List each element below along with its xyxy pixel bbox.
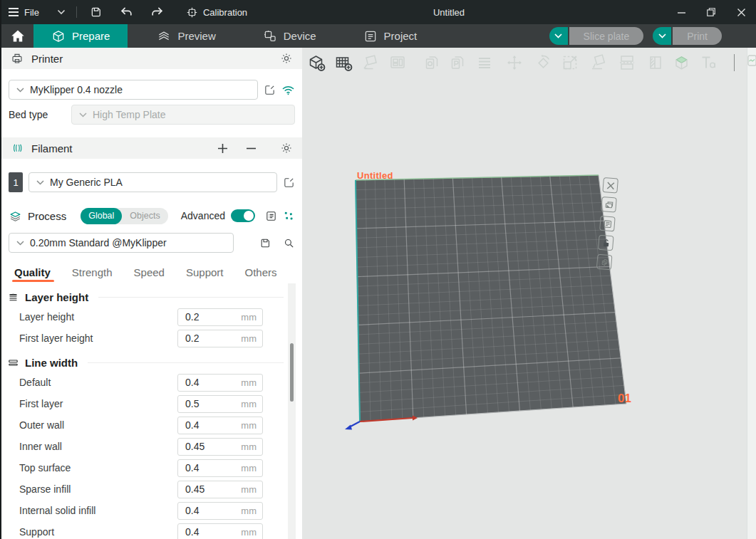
text-shape-icon[interactable] xyxy=(698,53,718,73)
param-label: First layer xyxy=(19,398,63,409)
tab-project-label: Project xyxy=(384,30,418,42)
plate-settings-button[interactable] xyxy=(599,216,616,232)
move-icon[interactable] xyxy=(504,53,524,73)
param-input-top-surface[interactable]: 0.4 mm xyxy=(177,459,263,477)
param-row-default: Default 0.4 mm xyxy=(1,372,302,393)
edit-filament-icon[interactable] xyxy=(283,177,295,189)
tab-preview[interactable]: Preview xyxy=(139,24,233,48)
param-input-layer-height[interactable]: 0.2 mm xyxy=(177,308,263,326)
printer-preset-select[interactable]: MyKlipper 0.4 nozzle xyxy=(9,80,258,100)
param-unit: mm xyxy=(241,527,257,538)
maximize-button[interactable] xyxy=(703,4,719,20)
arrange-icon[interactable] xyxy=(388,53,408,73)
param-row-internal-solid-infill: Internal solid infill 0.4 mm xyxy=(1,500,302,521)
param-value: 0.4 xyxy=(185,526,241,538)
print-button[interactable]: Print xyxy=(673,27,722,45)
slice-plate-dropdown[interactable] xyxy=(549,27,568,45)
scale-icon[interactable] xyxy=(560,53,580,73)
tab-prepare[interactable]: Prepare xyxy=(33,24,128,48)
param-row-top-surface: Top surface 0.4 mm xyxy=(1,457,302,478)
rotate-icon[interactable] xyxy=(533,53,553,73)
param-input-outer-wall[interactable]: 0.4 mm xyxy=(177,417,263,434)
remove-filament-button[interactable] xyxy=(246,143,257,154)
param-input-first-layer[interactable]: 0.5 mm xyxy=(177,395,263,413)
sidebar-scrollbar[interactable] xyxy=(288,283,296,539)
tab-support[interactable]: Support xyxy=(186,261,224,283)
project-icon xyxy=(363,29,378,43)
filament-settings-gear-icon[interactable] xyxy=(280,142,293,155)
tab-speed[interactable]: Speed xyxy=(134,261,165,283)
scope-objects-button[interactable]: Objects xyxy=(122,208,167,224)
section-title: Layer height xyxy=(25,291,88,303)
param-value: 0.2 xyxy=(185,333,241,344)
calibration-button[interactable]: Calibration xyxy=(180,0,254,24)
save-preset-icon[interactable] xyxy=(259,237,271,249)
arrange-plate-button[interactable] xyxy=(601,197,617,213)
filament-preset-select[interactable]: My Generic PLA xyxy=(29,172,277,192)
color-painting-icon[interactable] xyxy=(671,53,691,73)
redo-icon xyxy=(150,6,164,18)
add-object-icon[interactable] xyxy=(306,53,326,73)
file-menu-dropdown[interactable] xyxy=(46,0,72,24)
tab-device[interactable]: Device xyxy=(245,24,334,48)
cut-icon[interactable] xyxy=(617,53,637,73)
place-on-face-icon[interactable] xyxy=(589,53,609,73)
scrollbar-thumb[interactable] xyxy=(290,343,294,402)
advanced-toggle[interactable] xyxy=(231,209,255,222)
close-button[interactable] xyxy=(733,4,749,20)
param-input-support[interactable]: 0.4 mm xyxy=(177,523,263,539)
param-row-first-layer: First layer 0.5 mm xyxy=(1,393,302,414)
save-button[interactable] xyxy=(81,0,111,24)
build-plate[interactable] xyxy=(302,48,756,539)
tab-others[interactable]: Others xyxy=(245,261,277,283)
add-plate-icon[interactable] xyxy=(333,53,353,73)
parameter-list-icon[interactable] xyxy=(265,210,277,222)
plate-number-label: 01 xyxy=(618,392,631,406)
redo-button[interactable] xyxy=(142,0,172,24)
bed-type-select[interactable]: High Temp Plate xyxy=(71,105,295,125)
process-preset-select[interactable]: 0.20mm Standard @MyKlipper xyxy=(9,233,234,253)
tab-strength[interactable]: Strength xyxy=(72,261,113,283)
add-filament-button[interactable] xyxy=(217,143,228,154)
delete-plate-button[interactable] xyxy=(602,177,618,194)
scope-global-button[interactable]: Global xyxy=(81,208,122,224)
undo-button[interactable] xyxy=(111,0,142,24)
filament-slot-badge[interactable]: 1 xyxy=(9,172,23,192)
print-dropdown[interactable] xyxy=(653,27,671,45)
compare-presets-icon[interactable] xyxy=(283,210,295,222)
tab-quality[interactable]: Quality xyxy=(14,261,51,283)
edit-printer-icon[interactable] xyxy=(264,84,276,96)
variable-layer-height-icon[interactable] xyxy=(475,53,494,73)
home-button[interactable] xyxy=(1,24,33,48)
param-row-support: Support 0.4 mm xyxy=(1,521,302,539)
param-input-inner-wall[interactable]: 0.45 mm xyxy=(177,438,263,456)
chevron-down-icon xyxy=(57,9,66,15)
lock-plate-button[interactable] xyxy=(598,235,614,251)
param-unit: mm xyxy=(241,399,257,409)
tab-project[interactable]: Project xyxy=(346,24,435,48)
support-painting-icon[interactable] xyxy=(646,53,666,73)
device-icon xyxy=(263,29,277,43)
param-input-first-layer-height[interactable]: 0.2 mm xyxy=(177,330,263,347)
viewport-3d[interactable]: Untitled 01 xyxy=(302,48,756,539)
printer-settings-gear-icon[interactable] xyxy=(280,52,293,65)
search-preset-icon[interactable] xyxy=(283,237,295,249)
auto-orient-icon[interactable] xyxy=(361,53,380,73)
undo-icon xyxy=(120,6,133,18)
split-to-objects-icon[interactable] xyxy=(422,53,442,73)
slice-plate-button[interactable]: Slice plate xyxy=(569,27,644,45)
plate-name-label[interactable]: Untitled xyxy=(357,170,393,181)
param-input-sparse-infill[interactable]: 0.45 mm xyxy=(177,481,263,498)
app-window: File xyxy=(0,0,756,539)
plate-gear-button[interactable] xyxy=(596,254,613,271)
split-to-parts-icon[interactable] xyxy=(447,53,467,73)
minimize-button[interactable] xyxy=(673,4,689,20)
param-label: Top surface xyxy=(19,462,71,473)
wifi-connection-icon[interactable] xyxy=(281,85,295,95)
param-input-default[interactable]: 0.4 mm xyxy=(177,374,263,392)
right-panel-strip[interactable] xyxy=(747,48,756,539)
file-menu-button[interactable]: File xyxy=(1,0,46,24)
param-row-inner-wall: Inner wall 0.45 mm xyxy=(1,436,302,457)
param-input-internal-solid-infill[interactable]: 0.4 mm xyxy=(177,502,263,520)
preview-icon xyxy=(157,29,171,43)
